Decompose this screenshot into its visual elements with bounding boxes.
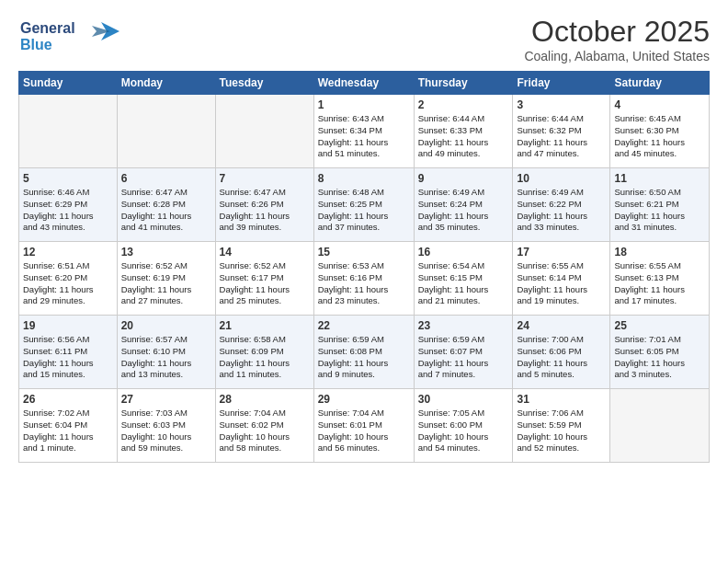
day-header-friday: Friday <box>513 72 610 95</box>
cell-data: Sunrise: 6:52 AMSunset: 6:19 PMDaylight:… <box>121 260 211 307</box>
calendar-cell: 10Sunrise: 6:49 AMSunset: 6:22 PMDayligh… <box>513 168 610 242</box>
day-number: 27 <box>121 393 211 406</box>
calendar-cell: 30Sunrise: 7:05 AMSunset: 6:00 PMDayligh… <box>414 389 513 463</box>
svg-text:General: General <box>20 20 75 36</box>
calendar-cell: 21Sunrise: 6:58 AMSunset: 6:09 PMDayligh… <box>215 316 313 389</box>
day-header-tuesday: Tuesday <box>215 72 313 95</box>
calendar-cell: 12Sunrise: 6:51 AMSunset: 6:20 PMDayligh… <box>19 242 118 316</box>
month-title: October 2025 <box>524 15 710 49</box>
cell-data: Sunrise: 6:44 AMSunset: 6:32 PMDaylight:… <box>517 113 606 160</box>
cell-data: Sunrise: 7:05 AMSunset: 6:00 PMDaylight:… <box>418 408 509 454</box>
day-number: 10 <box>517 172 606 185</box>
day-number: 16 <box>418 246 509 259</box>
cell-data: Sunrise: 6:48 AMSunset: 6:25 PMDaylight:… <box>318 187 410 234</box>
week-row-1: 1Sunrise: 6:43 AMSunset: 6:34 PMDaylight… <box>19 95 710 168</box>
cell-data: Sunrise: 7:06 AMSunset: 5:59 PMDaylight:… <box>517 408 606 454</box>
calendar-cell: 3Sunrise: 6:44 AMSunset: 6:32 PMDaylight… <box>513 95 610 168</box>
calendar-cell: 6Sunrise: 6:47 AMSunset: 6:28 PMDaylight… <box>117 168 215 242</box>
calendar-cell <box>215 95 313 168</box>
cell-data: Sunrise: 6:59 AMSunset: 6:08 PMDaylight:… <box>318 334 410 381</box>
location: Coaling, Alabama, United States <box>524 49 710 63</box>
cell-data: Sunrise: 7:03 AMSunset: 6:03 PMDaylight:… <box>121 408 211 454</box>
cell-data: Sunrise: 7:02 AMSunset: 6:04 PMDaylight:… <box>23 408 113 454</box>
calendar-cell: 23Sunrise: 6:59 AMSunset: 6:07 PMDayligh… <box>414 316 513 389</box>
calendar-cell: 13Sunrise: 6:52 AMSunset: 6:19 PMDayligh… <box>117 242 215 316</box>
cell-data: Sunrise: 7:01 AMSunset: 6:05 PMDaylight:… <box>614 334 705 381</box>
calendar-cell: 9Sunrise: 6:49 AMSunset: 6:24 PMDaylight… <box>414 168 513 242</box>
day-number: 28 <box>220 393 310 406</box>
cell-data: Sunrise: 6:44 AMSunset: 6:33 PMDaylight:… <box>418 113 509 160</box>
calendar-cell: 31Sunrise: 7:06 AMSunset: 5:59 PMDayligh… <box>513 389 610 463</box>
day-number: 15 <box>318 246 410 259</box>
day-number: 25 <box>614 319 705 332</box>
day-number: 24 <box>517 319 606 332</box>
calendar-cell: 29Sunrise: 7:04 AMSunset: 6:01 PMDayligh… <box>313 389 414 463</box>
cell-data: Sunrise: 6:55 AMSunset: 6:14 PMDaylight:… <box>517 260 606 307</box>
cell-data: Sunrise: 6:53 AMSunset: 6:16 PMDaylight:… <box>318 260 410 307</box>
logo: General Blue <box>18 15 119 59</box>
svg-text:Blue: Blue <box>20 37 52 52</box>
day-number: 20 <box>121 319 211 332</box>
header: General Blue October 2025 Coaling, Alaba… <box>18 15 710 63</box>
day-number: 14 <box>220 246 310 259</box>
day-number: 26 <box>23 393 113 406</box>
cell-data: Sunrise: 6:58 AMSunset: 6:09 PMDaylight:… <box>220 334 310 381</box>
day-number: 9 <box>418 172 509 185</box>
cell-data: Sunrise: 6:49 AMSunset: 6:22 PMDaylight:… <box>517 187 606 234</box>
calendar-cell: 28Sunrise: 7:04 AMSunset: 6:02 PMDayligh… <box>215 389 313 463</box>
calendar-cell: 15Sunrise: 6:53 AMSunset: 6:16 PMDayligh… <box>313 242 414 316</box>
cell-data: Sunrise: 6:52 AMSunset: 6:17 PMDaylight:… <box>220 260 310 307</box>
day-header-wednesday: Wednesday <box>313 72 414 95</box>
page: General Blue October 2025 Coaling, Alaba… <box>0 0 728 472</box>
week-row-3: 12Sunrise: 6:51 AMSunset: 6:20 PMDayligh… <box>19 242 710 316</box>
day-number: 6 <box>121 172 211 185</box>
cell-data: Sunrise: 6:43 AMSunset: 6:34 PMDaylight:… <box>318 113 410 160</box>
day-number: 5 <box>23 172 113 185</box>
day-number: 3 <box>517 98 606 111</box>
day-number: 11 <box>614 172 705 185</box>
week-row-5: 26Sunrise: 7:02 AMSunset: 6:04 PMDayligh… <box>19 389 710 463</box>
calendar-cell: 20Sunrise: 6:57 AMSunset: 6:10 PMDayligh… <box>117 316 215 389</box>
day-number: 4 <box>614 98 705 111</box>
day-number: 13 <box>121 246 211 259</box>
cell-data: Sunrise: 6:59 AMSunset: 6:07 PMDaylight:… <box>418 334 509 381</box>
day-number: 17 <box>517 246 606 259</box>
cell-data: Sunrise: 6:55 AMSunset: 6:13 PMDaylight:… <box>614 260 705 307</box>
day-header-thursday: Thursday <box>414 72 513 95</box>
calendar-cell: 27Sunrise: 7:03 AMSunset: 6:03 PMDayligh… <box>117 389 215 463</box>
calendar-cell: 19Sunrise: 6:56 AMSunset: 6:11 PMDayligh… <box>19 316 118 389</box>
day-header-sunday: Sunday <box>19 72 118 95</box>
cell-data: Sunrise: 6:56 AMSunset: 6:11 PMDaylight:… <box>23 334 113 381</box>
cell-data: Sunrise: 6:51 AMSunset: 6:20 PMDaylight:… <box>23 260 113 307</box>
week-row-2: 5Sunrise: 6:46 AMSunset: 6:29 PMDaylight… <box>19 168 710 242</box>
calendar-cell: 16Sunrise: 6:54 AMSunset: 6:15 PMDayligh… <box>414 242 513 316</box>
logo-text: General Blue <box>18 15 119 59</box>
week-row-4: 19Sunrise: 6:56 AMSunset: 6:11 PMDayligh… <box>19 316 710 389</box>
day-number: 23 <box>418 319 509 332</box>
day-number: 19 <box>23 319 113 332</box>
day-number: 2 <box>418 98 509 111</box>
calendar-cell: 1Sunrise: 6:43 AMSunset: 6:34 PMDaylight… <box>313 95 414 168</box>
calendar-cell: 24Sunrise: 7:00 AMSunset: 6:06 PMDayligh… <box>513 316 610 389</box>
calendar-cell <box>19 95 118 168</box>
cell-data: Sunrise: 6:47 AMSunset: 6:26 PMDaylight:… <box>220 187 310 234</box>
calendar-cell <box>117 95 215 168</box>
calendar-cell <box>610 389 710 463</box>
calendar-cell: 22Sunrise: 6:59 AMSunset: 6:08 PMDayligh… <box>313 316 414 389</box>
title-block: October 2025 Coaling, Alabama, United St… <box>524 15 710 63</box>
day-number: 31 <box>517 393 606 406</box>
cell-data: Sunrise: 6:57 AMSunset: 6:10 PMDaylight:… <box>121 334 211 381</box>
day-number: 22 <box>318 319 410 332</box>
day-header-monday: Monday <box>117 72 215 95</box>
cell-data: Sunrise: 6:49 AMSunset: 6:24 PMDaylight:… <box>418 187 509 234</box>
day-number: 18 <box>614 246 705 259</box>
calendar-cell: 18Sunrise: 6:55 AMSunset: 6:13 PMDayligh… <box>610 242 710 316</box>
day-number: 12 <box>23 246 113 259</box>
calendar-cell: 25Sunrise: 7:01 AMSunset: 6:05 PMDayligh… <box>610 316 710 389</box>
calendar-cell: 14Sunrise: 6:52 AMSunset: 6:17 PMDayligh… <box>215 242 313 316</box>
calendar-header-row: SundayMondayTuesdayWednesdayThursdayFrid… <box>19 72 710 95</box>
calendar-cell: 26Sunrise: 7:02 AMSunset: 6:04 PMDayligh… <box>19 389 118 463</box>
day-number: 29 <box>318 393 410 406</box>
cell-data: Sunrise: 7:04 AMSunset: 6:02 PMDaylight:… <box>220 408 310 454</box>
calendar-cell: 8Sunrise: 6:48 AMSunset: 6:25 PMDaylight… <box>313 168 414 242</box>
